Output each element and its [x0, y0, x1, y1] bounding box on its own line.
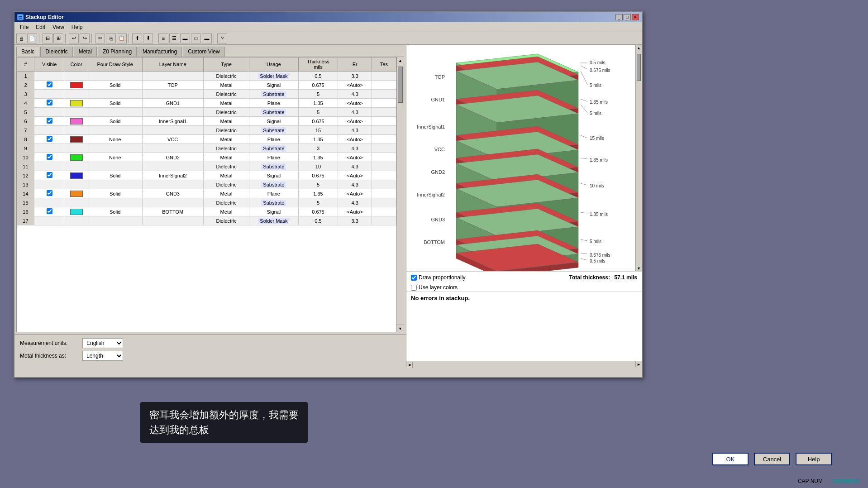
vertical-scrollbar[interactable]: ▲ ▼: [396, 57, 404, 332]
scroll-down-button[interactable]: ▼: [397, 325, 404, 332]
scroll-thumb[interactable]: [398, 67, 403, 103]
menu-help[interactable]: Help: [68, 23, 86, 31]
color-swatch[interactable]: [70, 209, 83, 215]
table-row[interactable]: 15DielectricSubstrate54.3: [17, 198, 396, 207]
table-row[interactable]: 16SolidBOTTOMMetalSignal0.675<Auto>: [17, 207, 396, 216]
row-visible[interactable]: [34, 99, 65, 108]
scroll-up-button[interactable]: ▲: [397, 57, 404, 64]
visible-checkbox[interactable]: [47, 154, 52, 160]
row-color[interactable]: [65, 72, 88, 81]
split-v-button[interactable]: ⊞: [53, 33, 63, 43]
row-visible[interactable]: [34, 198, 65, 207]
right-scroll-left[interactable]: ◄: [406, 362, 413, 368]
list1-button[interactable]: ≡: [158, 33, 168, 43]
menu-view[interactable]: View: [49, 23, 68, 31]
paste-button[interactable]: 📋: [117, 33, 127, 43]
table-row[interactable]: 3DielectricSubstrate54.3: [17, 90, 396, 99]
row-color[interactable]: [65, 108, 88, 117]
metal-thickness-select[interactable]: Length Weight: [82, 351, 123, 361]
row-visible[interactable]: [34, 171, 65, 180]
table-row[interactable]: 1DielectricSolder Mask0.53.3: [17, 72, 396, 81]
right-scroll-thumb[interactable]: [637, 54, 641, 81]
table-row[interactable]: 4SolidGND1MetalPlane1.35<Auto>: [17, 99, 396, 108]
table-row[interactable]: 7DielectricSubstrate154.3: [17, 126, 396, 135]
list2-button[interactable]: ☰: [169, 33, 179, 43]
table-row[interactable]: 2SolidTOPMetalSignal0.675<Auto>: [17, 81, 396, 90]
use-layer-colors-option[interactable]: Use layer colors: [411, 284, 637, 291]
right-scroll-down[interactable]: ▼: [636, 265, 642, 271]
row-color[interactable]: [65, 135, 88, 144]
undo-button[interactable]: ↩: [69, 33, 79, 43]
color-swatch[interactable]: [70, 154, 83, 161]
row-visible[interactable]: [34, 153, 65, 162]
row-visible[interactable]: [34, 126, 65, 135]
visible-checkbox[interactable]: [47, 190, 52, 196]
row-visible[interactable]: [34, 207, 65, 216]
copy-button[interactable]: ⎘: [106, 33, 116, 43]
menu-file[interactable]: File: [16, 23, 32, 31]
table-scroll-area[interactable]: # Visible Color Pour Draw Style Layer Na…: [17, 57, 396, 332]
table-row[interactable]: 14SolidGND3MetalPlane1.35<Auto>: [17, 189, 396, 198]
row-visible[interactable]: [34, 72, 65, 81]
row-color[interactable]: [65, 189, 88, 198]
list4-button[interactable]: ▭: [191, 33, 201, 43]
use-layer-colors-checkbox[interactable]: [411, 285, 417, 291]
right-scrollbar[interactable]: ▲ ▼: [635, 45, 642, 271]
print2-button[interactable]: 📄: [27, 33, 37, 43]
maximize-button[interactable]: □: [624, 14, 631, 20]
table-row[interactable]: 10NoneGND2MetalPlane1.35<Auto>: [17, 153, 396, 162]
table-row[interactable]: 13DielectricSubstrate54.3: [17, 180, 396, 189]
row-color[interactable]: [65, 216, 88, 225]
table-row[interactable]: 6SolidInnerSignal1MetalSignal0.675<Auto>: [17, 117, 396, 126]
tab-custom-view[interactable]: Custom View: [183, 47, 224, 57]
row-color[interactable]: [65, 144, 88, 153]
row-visible[interactable]: [34, 90, 65, 99]
row-visible[interactable]: [34, 81, 65, 90]
tab-manufacturing[interactable]: Manufacturing: [138, 47, 182, 57]
row-color[interactable]: [65, 117, 88, 126]
add-above-button[interactable]: ⬆: [132, 33, 142, 43]
row-visible[interactable]: [34, 189, 65, 198]
visible-checkbox[interactable]: [47, 118, 52, 124]
row-visible[interactable]: [34, 135, 65, 144]
draw-proportionally-option[interactable]: Draw proportionally: [411, 274, 465, 281]
color-swatch[interactable]: [70, 82, 83, 88]
visible-checkbox[interactable]: [47, 136, 52, 142]
help-button[interactable]: Help: [796, 453, 832, 465]
color-swatch[interactable]: [70, 118, 83, 124]
color-swatch[interactable]: [70, 191, 83, 197]
right-scroll-right[interactable]: ►: [635, 361, 642, 367]
redo-button[interactable]: ↪: [80, 33, 90, 43]
row-visible[interactable]: [34, 117, 65, 126]
list3-button[interactable]: ▬: [180, 33, 190, 43]
draw-proportionally-checkbox[interactable]: [411, 275, 417, 281]
split-h-button[interactable]: ⊟: [43, 33, 52, 43]
row-color[interactable]: [65, 162, 88, 171]
cut-button[interactable]: ✂: [95, 33, 105, 43]
tab-basic[interactable]: Basic: [16, 47, 39, 57]
minimize-button[interactable]: _: [615, 14, 623, 20]
color-swatch[interactable]: [70, 100, 83, 106]
tab-metal[interactable]: Metal: [74, 47, 97, 57]
list5-button[interactable]: ▬: [202, 33, 212, 43]
visible-checkbox[interactable]: [47, 81, 52, 87]
cancel-button[interactable]: Cancel: [754, 453, 790, 465]
table-row[interactable]: 12SolidInnerSignal2MetalSignal0.675<Auto…: [17, 171, 396, 180]
tab-dielectric[interactable]: Dielectric: [40, 47, 72, 57]
menu-edit[interactable]: Edit: [32, 23, 49, 31]
row-color[interactable]: [65, 180, 88, 189]
visible-checkbox[interactable]: [47, 208, 52, 214]
row-color[interactable]: [65, 207, 88, 216]
right-scroll-up[interactable]: ▲: [636, 45, 642, 51]
row-color[interactable]: [65, 81, 88, 90]
table-row[interactable]: 8NoneVCCMetalPlane1.35<Auto>: [17, 135, 396, 144]
table-row[interactable]: 9DielectricSubstrate34.3: [17, 144, 396, 153]
tab-z0-planning[interactable]: Z0 Planning: [98, 47, 137, 57]
table-row[interactable]: 5DielectricSubstrate54.3: [17, 108, 396, 117]
add-below-button[interactable]: ⬇: [143, 33, 153, 43]
table-row[interactable]: 11DielectricSubstrate104.3: [17, 162, 396, 171]
close-button[interactable]: ✕: [632, 14, 639, 20]
row-color[interactable]: [65, 90, 88, 99]
ok-button[interactable]: OK: [712, 453, 749, 465]
measurement-units-select[interactable]: English Metric: [82, 338, 123, 348]
